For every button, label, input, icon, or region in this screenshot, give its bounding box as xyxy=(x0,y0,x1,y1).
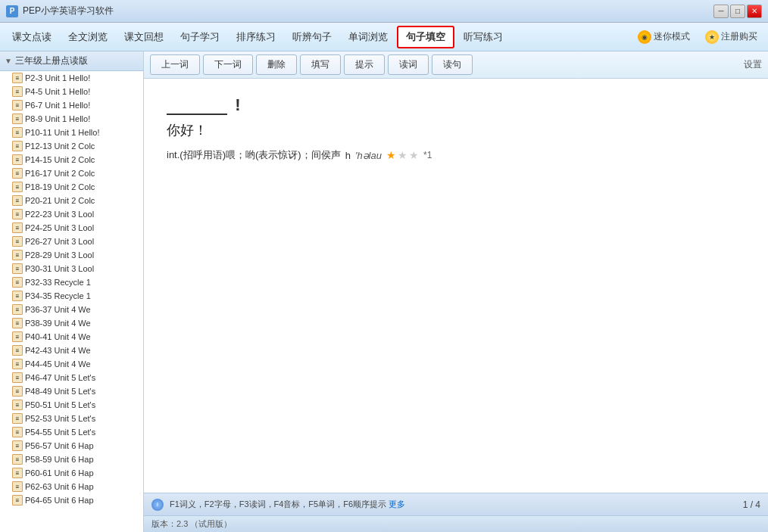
sidebar-item[interactable]: ≡P42-43 Unit 4 We xyxy=(0,344,143,357)
menu-listen-distinguish[interactable]: 听辨句子 xyxy=(285,27,339,47)
document-icon: ≡ xyxy=(12,127,23,138)
settings-label[interactable]: 设置 xyxy=(744,58,762,71)
sidebar-item[interactable]: ≡P50-51 Unit 5 Let's xyxy=(0,398,143,412)
document-icon: ≡ xyxy=(12,372,23,383)
sidebar-item-label: P38-39 Unit 4 We xyxy=(25,319,91,328)
read-sentence-button[interactable]: 读句 xyxy=(432,54,473,75)
document-icon: ≡ xyxy=(12,86,23,97)
vocab-count: *1 xyxy=(423,150,432,160)
star-1[interactable]: ★ xyxy=(386,149,396,161)
vocab-chinese: 你好！ xyxy=(167,121,745,139)
sidebar-item[interactable]: ≡P36-37 Unit 4 We xyxy=(0,303,143,316)
sidebar-item-label: P8-9 Unit 1 Hello! xyxy=(25,114,90,123)
menu-full-browse[interactable]: 全文浏览 xyxy=(61,27,115,47)
page-indicator: 1 / 4 xyxy=(743,499,760,510)
sidebar-title: 三年级上册点读版 xyxy=(15,54,88,67)
register-button[interactable]: ★ 注册购买 xyxy=(699,28,763,46)
sidebar-item[interactable]: ≡P4-5 Unit 1 Hello! xyxy=(0,85,143,98)
phonetic: 'həlau xyxy=(355,150,382,161)
sidebar-item-label: P30-31 Unit 3 Lool xyxy=(25,264,94,273)
sidebar-list[interactable]: ≡P2-3 Unit 1 Hello!≡P4-5 Unit 1 Hello!≡P… xyxy=(0,71,143,532)
prev-word-button[interactable]: 上一词 xyxy=(150,54,200,75)
minimize-button[interactable]: ─ xyxy=(713,5,729,18)
sidebar-item[interactable]: ≡P28-29 Unit 3 Lool xyxy=(0,248,143,262)
document-icon: ≡ xyxy=(12,291,23,301)
maximize-button[interactable]: □ xyxy=(730,5,745,18)
sidebar-item[interactable]: ≡P26-27 Unit 3 Lool xyxy=(0,235,143,248)
document-icon: ≡ xyxy=(12,209,23,219)
sidebar-item[interactable]: ≡P6-7 Unit 1 Hello! xyxy=(0,98,143,112)
menu-word-browse[interactable]: 单词浏览 xyxy=(341,27,395,47)
sidebar-item[interactable]: ≡P64-65 Unit 6 Hap xyxy=(0,493,143,507)
document-icon: ≡ xyxy=(12,468,23,478)
menu-lesson-recall[interactable]: 课文回想 xyxy=(117,27,171,47)
sidebar-item-label: P22-23 Unit 3 Lool xyxy=(25,210,94,219)
sidebar-item[interactable]: ≡P12-13 Unit 2 Colc xyxy=(0,139,143,153)
edition-label: （试用版） xyxy=(190,519,232,528)
document-icon: ≡ xyxy=(12,345,23,356)
mini-mode-button[interactable]: ◉ 迷你模式 xyxy=(632,28,696,46)
sidebar-item-label: P54-55 Unit 5 Let's xyxy=(25,428,95,437)
sidebar-item[interactable]: ≡P58-59 Unit 6 Hap xyxy=(0,453,143,466)
sidebar-header: ▼ 三年级上册点读版 xyxy=(0,51,143,71)
document-icon: ≡ xyxy=(12,195,23,206)
document-icon: ≡ xyxy=(12,100,23,110)
sidebar-item[interactable]: ≡P48-49 Unit 5 Let's xyxy=(0,384,143,398)
next-word-button[interactable]: 下一词 xyxy=(203,54,253,75)
sidebar-item[interactable]: ≡P56-57 Unit 6 Hap xyxy=(0,439,143,453)
sidebar-item[interactable]: ≡P18-19 Unit 2 Colc xyxy=(0,180,143,194)
sidebar-item[interactable]: ≡P14-15 Unit 2 Colc xyxy=(0,153,143,166)
sidebar-item[interactable]: ≡P62-63 Unit 6 Hap xyxy=(0,480,143,493)
sidebar-item[interactable]: ≡P54-55 Unit 5 Let's xyxy=(0,425,143,439)
mini-mode-icon: ◉ xyxy=(638,30,651,44)
delete-button[interactable]: 删除 xyxy=(256,54,297,75)
sidebar-item[interactable]: ≡P60-61 Unit 6 Hap xyxy=(0,466,143,480)
content-area: 上一词 下一词 删除 填写 提示 读词 读句 设置 ! 你好！ int.(招呼用… xyxy=(144,51,768,532)
expand-icon[interactable]: ▼ xyxy=(5,57,12,65)
sidebar-item[interactable]: ≡P34-35 Recycle 1 xyxy=(0,289,143,303)
document-icon: ≡ xyxy=(12,481,23,492)
menu-lesson-read[interactable]: 课文点读 xyxy=(5,27,59,47)
vocab-word-line: ! xyxy=(167,94,745,115)
title-bar: P PEP小学英语学习软件 ─ □ ✕ xyxy=(0,0,768,23)
sidebar-item[interactable]: ≡P30-31 Unit 3 Lool xyxy=(0,262,143,275)
sidebar-item[interactable]: ≡P24-25 Unit 3 Lool xyxy=(0,221,143,235)
sidebar-item[interactable]: ≡P52-53 Unit 5 Let's xyxy=(0,412,143,425)
sidebar-item-label: P62-63 Unit 6 Hap xyxy=(25,482,94,491)
sidebar-item-label: P16-17 Unit 2 Colc xyxy=(25,169,95,178)
menu-dictation[interactable]: 听写练习 xyxy=(456,27,510,47)
star-2[interactable]: ★ xyxy=(398,149,407,161)
sidebar-item-label: P46-47 Unit 5 Let's xyxy=(25,373,95,382)
star-3[interactable]: ★ xyxy=(409,149,419,161)
menu-sentence-learn[interactable]: 句子学习 xyxy=(173,27,227,47)
hint-button[interactable]: 提示 xyxy=(344,54,385,75)
sidebar-item[interactable]: ≡P46-47 Unit 5 Let's xyxy=(0,371,143,384)
menu-right-area: ◉ 迷你模式 ★ 注册购买 xyxy=(632,28,763,46)
sidebar: ▼ 三年级上册点读版 ≡P2-3 Unit 1 Hello!≡P4-5 Unit… xyxy=(0,51,144,532)
status-bar: i F1词义，F2字母，F3读词，F4音标，F5单词，F6顺序提示 更多 1 /… xyxy=(144,493,768,515)
sidebar-item[interactable]: ≡P44-45 Unit 4 We xyxy=(0,357,143,371)
sidebar-item-label: P2-3 Unit 1 Hello! xyxy=(25,73,90,82)
sidebar-item[interactable]: ≡P2-3 Unit 1 Hello! xyxy=(0,71,143,85)
sidebar-item[interactable]: ≡P32-33 Recycle 1 xyxy=(0,275,143,289)
sidebar-item-label: P24-25 Unit 3 Lool xyxy=(25,223,94,232)
sidebar-item-label: P60-61 Unit 6 Hap xyxy=(25,468,94,478)
fill-button[interactable]: 填写 xyxy=(300,54,341,75)
sidebar-item[interactable]: ≡P8-9 Unit 1 Hello! xyxy=(0,112,143,126)
sidebar-item-label: P18-19 Unit 2 Colc xyxy=(25,182,95,191)
more-link[interactable]: 更多 xyxy=(389,499,405,509)
sidebar-item[interactable]: ≡P38-39 Unit 4 We xyxy=(0,316,143,330)
sidebar-item-label: P20-21 Unit 2 Colc xyxy=(25,196,95,205)
main-area: ▼ 三年级上册点读版 ≡P2-3 Unit 1 Hello!≡P4-5 Unit… xyxy=(0,51,768,532)
app-title: PEP小学英语学习软件 xyxy=(23,5,713,17)
sidebar-item[interactable]: ≡P40-41 Unit 4 We xyxy=(0,330,143,344)
sidebar-item[interactable]: ≡P22-23 Unit 3 Lool xyxy=(0,207,143,221)
menu-sort-practice[interactable]: 排序练习 xyxy=(229,27,283,47)
vocab-definition: int.(招呼用语)喂；哟(表示惊讶)；间侯声 h 'həlau ★ ★ ★ *… xyxy=(167,148,745,162)
read-word-button[interactable]: 读词 xyxy=(388,54,429,75)
sidebar-item[interactable]: ≡P10-11 Unit 1 Hello! xyxy=(0,126,143,139)
sidebar-item[interactable]: ≡P20-21 Unit 2 Colc xyxy=(0,194,143,207)
sidebar-item[interactable]: ≡P16-17 Unit 2 Colc xyxy=(0,166,143,180)
menu-sentence-fill[interactable]: 句子填空 xyxy=(397,26,454,48)
close-button[interactable]: ✕ xyxy=(747,5,762,18)
